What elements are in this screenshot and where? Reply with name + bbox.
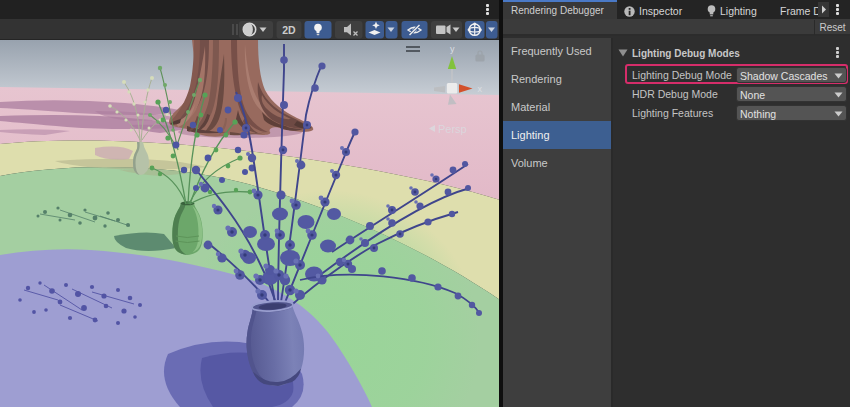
svg-text:2D: 2D — [282, 24, 296, 36]
svg-text:x: x — [478, 84, 483, 94]
svg-text:y: y — [450, 44, 455, 54]
svg-text:Persp: Persp — [438, 123, 467, 135]
